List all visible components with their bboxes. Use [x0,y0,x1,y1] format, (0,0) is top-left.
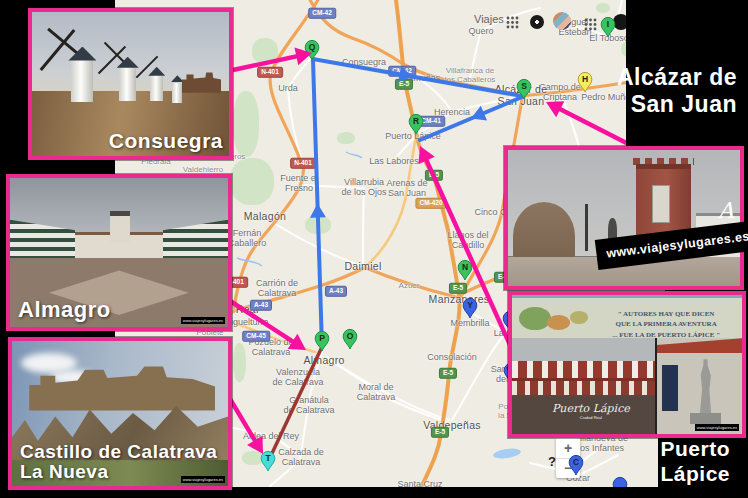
road-badge-a-43: A-43 [325,286,347,297]
town-label-fuente-el-fresno: Fuente el Fresno [280,173,318,193]
town-label-moral-de-calatrava: Moral de Calatrava [357,382,396,402]
photo-puerto-lapice: " AUTORES HAY QUE DICEN QUE LA PRIMERA A… [508,291,746,438]
town-label-valenzuela-de-calatrava: Valenzuela de Calatrava [272,367,323,387]
plaza-clock-tower [110,211,130,243]
town-label-malag-n: Malagón [244,211,286,223]
trips-label: Viajes [474,13,504,25]
town-label-alc-zar-de-san-juan: Alcázar de San Juan [495,84,548,108]
photo-label: Almagro [18,298,111,321]
map-lake [493,447,522,460]
lamppost [585,204,588,250]
town-label-las-labores: Las Labores [369,156,419,166]
collage-canvas: QueroMiguel EstebanEl TobosoCampo de Cri… [0,0,748,498]
photo-watermark: www.viajesylugares.es [181,317,225,324]
road-badge-cm-41: CM-41 [417,116,445,127]
road-badge-e-5: E-5 [425,170,443,181]
mural-figures [547,315,570,330]
photo-almagro-plaza: Almagro www.viajesylugares.es [6,174,232,331]
account-avatar[interactable] [553,12,571,30]
script-title: Puerto Lápice Ciudad Real [552,403,630,420]
mural-trees [519,307,551,331]
road-badge-e-5: E-5 [395,79,413,90]
photo-consuegra-windmills: Consuegra [28,8,233,160]
photo-label: Consuegra [109,130,223,152]
mural-text: " AUTORES HAY QUE DICEN QUE LA PRIMERA A… [595,309,738,341]
road-badge-e-5: E-5 [439,368,457,379]
tower-banner [652,185,670,222]
road-badge-n-401: N-401 [290,158,316,169]
photo-castillo-calatrava: Castillo de Calatrava La Nueva www.viaje… [8,337,232,490]
town-label-quero: Quero [468,26,493,36]
town-label-villarrubia-de-los-ojos: Villarrubia de los Ojos [341,177,386,197]
town-label-llanos-del-caudillo: Llanos del Caudillo [447,230,488,250]
apps-grid-icon[interactable] [506,16,519,29]
map-forest-patch [230,158,274,205]
map-forest-patch [242,451,264,465]
town-label-fern-n-caballero: Fernán Caballero [228,228,267,248]
town-label-consolaci-n: Consolación [427,352,477,362]
map-forest-patch [233,343,246,382]
zoom-control: + − [556,438,580,478]
map-forest-patch [233,91,259,157]
venta-courtyard: Puerto Lápice Ciudad Real [512,338,655,434]
map-forest-patch [596,3,610,13]
town-label-azuer: Azuer [399,282,420,291]
town-label-aldea-del-rey: Aldea del Rey [243,431,299,441]
road-badge-cm-42: CM-42 [388,66,416,77]
town-label-puerto-l-pice: Puerto Lápice [385,131,441,141]
town-label-daimiel: Daimiel [344,261,381,273]
town-label-almagro: Almagro [303,355,344,367]
town-label-calzada-de-calatrava: Calzada de Calatrava [278,447,324,467]
town-label-membrilla: Membrilla [450,318,489,328]
town-label-arenas-de-san-juan: Arenas de San Juan [386,178,427,198]
road-badge-e-5: E-5 [431,427,449,438]
town-label-el-toboso: El Toboso [589,33,628,43]
mural-figures [570,311,588,324]
town-label-consuegra: Consuegra [342,57,386,67]
town-label-carri-n-de-calatrava: Carrión de Calatrava [256,278,298,298]
road-badge-a-43: A-43 [250,300,272,311]
map-forest-patch [252,38,278,64]
apps-grid-icon[interactable] [584,18,597,31]
town-label-villafranca-de-los-caballeros: Villafranca de los Caballeros [445,67,496,85]
map-forest-patch [337,132,355,144]
road-badge-e-5: E-5 [449,283,467,294]
town-label-urda: Urda [278,83,298,93]
map-forest-patch [305,216,331,234]
road-badge-n-401: N-401 [257,67,283,78]
quixote-statue [696,359,715,415]
town-label-gran-tula-de-calatrava: Granátula de Calatrava [283,395,334,415]
caption-puerto-lapice: Puerto Lápice [660,437,730,487]
record-icon[interactable] [530,15,544,29]
zoom-in-button[interactable]: + [556,438,580,458]
quixote-statue-scene [655,338,744,434]
road-badge-cm-420: CM-420 [415,198,446,209]
photo-alcazar-tower [504,146,744,290]
photo-watermark: www.viajesylugares.es [695,424,739,431]
photo-watermark: www.viajesylugares.es [181,476,225,483]
zoom-out-button[interactable]: − [556,459,580,479]
road-badge-cm-42: CM-42 [308,8,336,19]
caption-alcazar-de-san-juan: Alcázar de San Juan [617,64,737,118]
watermark-a: A [718,198,734,223]
town-label-manzanares: Manzanares [429,294,490,306]
road-badge-cm-45: CM-45 [242,331,270,342]
